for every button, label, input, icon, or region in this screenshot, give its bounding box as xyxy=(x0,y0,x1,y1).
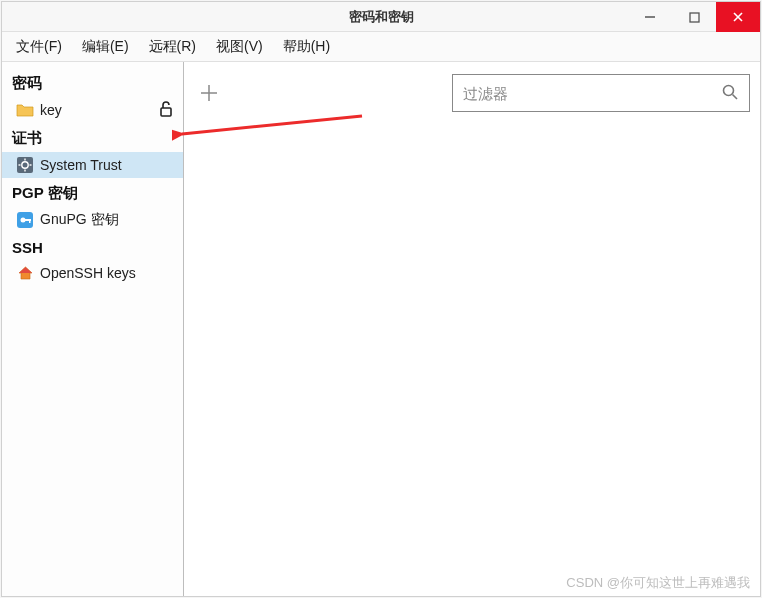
sidebar-item-label: OpenSSH keys xyxy=(40,265,173,281)
svg-rect-1 xyxy=(690,13,699,22)
window-title: 密码和密钥 xyxy=(349,8,414,26)
gear-box-icon xyxy=(16,156,34,174)
toolbar xyxy=(184,62,760,112)
sidebar-item-label: key xyxy=(40,102,173,118)
main-panel xyxy=(184,62,760,596)
sidebar-item-openssh[interactable]: OpenSSH keys xyxy=(2,260,183,286)
group-certs: 证书 xyxy=(2,123,183,152)
sidebar: 密码 key 证书 System Trust PGP 密钥 xyxy=(2,62,184,596)
svg-point-17 xyxy=(724,85,734,95)
minimize-button[interactable] xyxy=(628,2,672,32)
gnupg-icon xyxy=(16,211,34,229)
search-input[interactable] xyxy=(463,85,721,102)
sidebar-item-system-trust[interactable]: System Trust xyxy=(2,152,183,178)
menu-help[interactable]: 帮助(H) xyxy=(275,34,338,60)
sidebar-item-gnupg[interactable]: GnuPG 密钥 xyxy=(2,207,183,233)
group-ssh: SSH xyxy=(2,233,183,260)
sidebar-item-label: GnuPG 密钥 xyxy=(40,211,173,229)
search-icon xyxy=(721,83,739,104)
maximize-button[interactable] xyxy=(672,2,716,32)
sidebar-item-key[interactable]: key xyxy=(2,97,183,123)
menu-edit[interactable]: 编辑(E) xyxy=(74,34,137,60)
watermark: CSDN @你可知这世上再难遇我 xyxy=(566,574,750,592)
unlock-icon xyxy=(159,101,173,120)
close-button[interactable] xyxy=(716,2,760,32)
titlebar: 密码和密钥 xyxy=(2,2,760,32)
svg-rect-4 xyxy=(161,108,171,116)
window-controls xyxy=(628,2,760,32)
home-icon xyxy=(16,264,34,282)
search-box[interactable] xyxy=(452,74,750,112)
menu-remote[interactable]: 远程(R) xyxy=(141,34,204,60)
menu-file[interactable]: 文件(F) xyxy=(8,34,70,60)
app-window: 密码和密钥 文件(F) 编辑(E) 远程(R) 视图(V) 帮助(H) 密码 xyxy=(1,1,761,597)
close-icon xyxy=(732,11,744,23)
maximize-icon xyxy=(689,12,700,23)
menu-view[interactable]: 视图(V) xyxy=(208,34,271,60)
add-button[interactable] xyxy=(194,78,224,108)
folder-icon xyxy=(16,101,34,119)
group-passwords: 密码 xyxy=(2,68,183,97)
plus-icon xyxy=(198,82,220,104)
content-area: 密码 key 证书 System Trust PGP 密钥 xyxy=(2,62,760,596)
group-pgp: PGP 密钥 xyxy=(2,178,183,207)
menubar: 文件(F) 编辑(E) 远程(R) 视图(V) 帮助(H) xyxy=(2,32,760,62)
svg-rect-14 xyxy=(29,219,31,223)
svg-line-18 xyxy=(733,94,738,99)
sidebar-item-label: System Trust xyxy=(40,157,173,173)
minimize-icon xyxy=(644,11,656,23)
